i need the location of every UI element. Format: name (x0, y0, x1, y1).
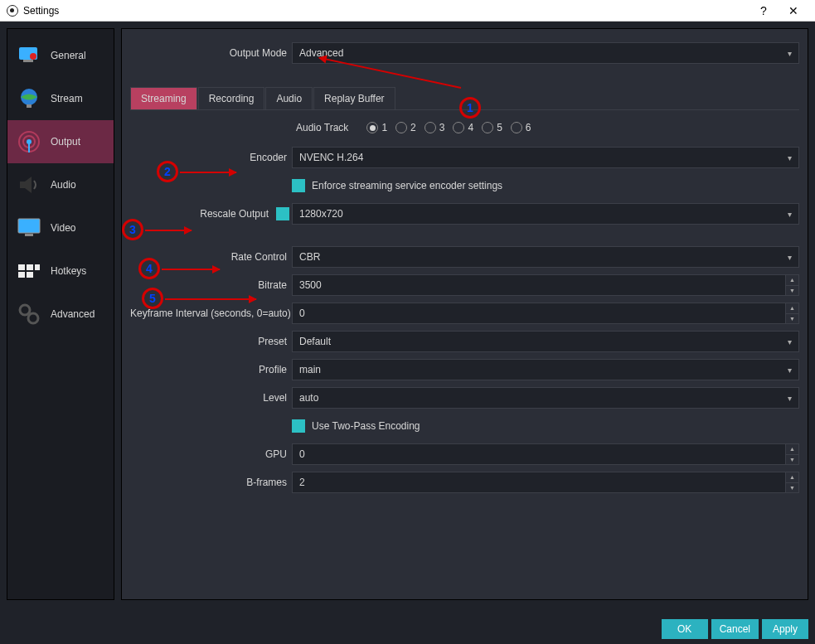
two-pass-checkbox[interactable] (292, 419, 305, 433)
bframes-input[interactable]: 2▲▼ (292, 472, 799, 493)
audio-track-radio-6[interactable] (511, 122, 522, 133)
svg-rect-11 (18, 264, 25, 270)
main-panel: Output Mode Advanced Streaming Recording… (121, 28, 808, 600)
sidebar-item-label: Hotkeys (51, 265, 86, 277)
titlebar: Settings ? ✕ (0, 0, 815, 22)
profile-label: Profile (130, 364, 292, 375)
keyframe-input[interactable]: 0▲▼ (292, 303, 799, 324)
sidebar-item-hotkeys[interactable]: Hotkeys (7, 249, 114, 293)
sidebar-item-label: General (51, 50, 86, 61)
sidebar-item-audio[interactable]: Audio (7, 163, 114, 206)
encoder-label: Encoder (130, 152, 292, 163)
preset-dropdown[interactable]: Default (292, 331, 799, 352)
annotation-arrow-5 (165, 298, 256, 300)
spin-down-icon[interactable]: ▼ (785, 483, 798, 493)
sidebar-item-label: Output (51, 136, 80, 148)
svg-rect-13 (35, 264, 40, 270)
rescale-value: 1280x720 (299, 208, 343, 220)
bitrate-label: Bitrate (130, 279, 292, 291)
audio-track-row: Audio Track 1 2 3 4 5 6 (130, 122, 799, 133)
keyboard-icon (14, 256, 44, 286)
apply-button[interactable]: Apply (762, 619, 808, 639)
tab-replay-buffer[interactable]: Replay Buffer (313, 87, 395, 109)
sidebar-item-video[interactable]: Video (7, 206, 114, 249)
svg-point-2 (30, 53, 36, 60)
spin-up-icon[interactable]: ▲ (785, 275, 798, 286)
broadcast-icon (14, 127, 44, 157)
sidebar-item-label: Audio (51, 179, 76, 191)
enforce-checkbox[interactable] (292, 179, 305, 192)
rate-control-label: Rate Control (130, 251, 292, 263)
svg-rect-9 (18, 219, 40, 233)
sidebar-item-label: Advanced (51, 308, 95, 320)
encoder-value: NVENC H.264 (299, 152, 363, 163)
bitrate-input[interactable]: 3500▲▼ (292, 274, 799, 296)
tab-streaming[interactable]: Streaming (130, 87, 197, 109)
spin-down-icon[interactable]: ▼ (785, 455, 798, 465)
gpu-label: GPU (130, 448, 292, 460)
output-tabs: Streaming Recording Audio Replay Buffer (130, 87, 799, 110)
audio-track-radio-5[interactable] (482, 122, 493, 133)
rescale-checkbox[interactable] (276, 207, 289, 220)
audio-track-radio-3[interactable] (424, 122, 436, 133)
keyframe-label: Keyframe Interval (seconds, 0=auto) (130, 307, 292, 319)
svg-point-16 (20, 305, 30, 315)
speaker-icon (14, 170, 44, 200)
spin-up-icon[interactable]: ▲ (785, 303, 798, 314)
audio-track-radio-2[interactable] (395, 122, 407, 133)
tab-audio[interactable]: Audio (265, 87, 313, 109)
output-mode-label: Output Mode (130, 47, 292, 59)
sidebar: General Stream Output Audio Video (7, 28, 114, 600)
spin-down-icon[interactable]: ▼ (785, 314, 798, 324)
encoder-dropdown[interactable]: NVENC H.264 (292, 147, 799, 168)
output-mode-dropdown[interactable]: Advanced (292, 42, 799, 64)
cancel-button[interactable]: Cancel (711, 619, 759, 639)
ok-button[interactable]: OK (662, 619, 708, 639)
enforce-label: Enforce streaming service encoder settin… (312, 180, 502, 191)
audio-track-radio-1[interactable] (366, 122, 378, 133)
audio-track-radio-4[interactable] (453, 122, 464, 133)
two-pass-label: Use Two-Pass Encoding (312, 420, 420, 432)
level-dropdown[interactable]: auto (292, 387, 799, 409)
sidebar-item-advanced[interactable]: Advanced (7, 293, 114, 336)
tab-recording[interactable]: Recording (198, 87, 265, 109)
gears-icon (14, 299, 44, 329)
spin-down-icon[interactable]: ▼ (785, 286, 798, 296)
sidebar-item-label: Video (51, 222, 75, 234)
bframes-label: B-frames (130, 477, 292, 488)
app-icon (7, 5, 18, 17)
svg-rect-12 (27, 264, 33, 270)
window-title: Settings (23, 5, 59, 17)
monitor-icon (14, 213, 44, 243)
svg-rect-4 (27, 104, 32, 108)
rescale-label: Rescale Output (130, 208, 274, 220)
sidebar-item-general[interactable]: General (7, 34, 114, 77)
spin-up-icon[interactable]: ▲ (785, 444, 798, 455)
svg-rect-15 (27, 272, 33, 278)
svg-rect-10 (25, 234, 33, 236)
svg-rect-14 (18, 272, 25, 278)
rate-control-dropdown[interactable]: CBR (292, 246, 799, 268)
level-label: Level (130, 392, 292, 404)
svg-point-17 (28, 313, 38, 323)
profile-dropdown[interactable]: main (292, 359, 799, 380)
help-button[interactable]: ? (749, 4, 779, 17)
gpu-input[interactable]: 0▲▼ (292, 443, 799, 465)
globe-icon (14, 84, 44, 114)
sidebar-item-output[interactable]: Output (7, 120, 114, 163)
svg-rect-1 (23, 60, 33, 62)
footer-buttons: OK Cancel Apply (662, 619, 808, 639)
sidebar-item-stream[interactable]: Stream (7, 77, 114, 120)
sidebar-item-label: Stream (51, 93, 83, 104)
close-button[interactable]: ✕ (779, 4, 808, 17)
spin-up-icon[interactable]: ▲ (785, 472, 798, 483)
audio-track-label: Audio Track (296, 122, 348, 133)
rescale-dropdown[interactable]: 1280x720 (292, 203, 799, 225)
output-mode-value: Advanced (299, 47, 343, 59)
preset-label: Preset (130, 336, 292, 347)
wrench-icon (14, 41, 44, 70)
